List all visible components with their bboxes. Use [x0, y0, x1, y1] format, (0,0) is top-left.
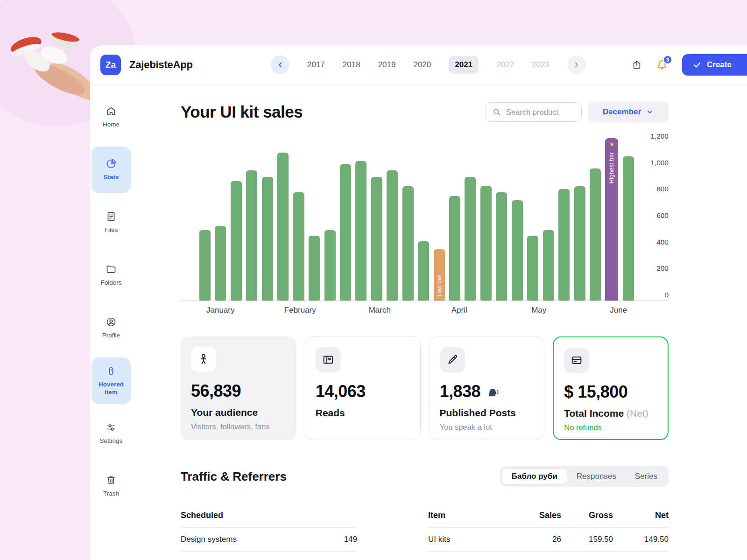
month-dropdown-value: December [603, 107, 641, 117]
table-header: Item Sales Gross Net [428, 504, 669, 528]
tab-series[interactable]: Series [626, 468, 667, 485]
chart-bar[interactable] [199, 230, 211, 301]
stat-card-published-posts[interactable]: 1,838 Published Posts You speak a lot [429, 336, 545, 440]
year-tab-2020[interactable]: 2020 [413, 60, 431, 70]
chart-bar[interactable] [355, 161, 366, 301]
chart-bar[interactable] [496, 192, 507, 301]
sidebar-item-home[interactable]: Home [92, 94, 131, 140]
chart-bar[interactable] [480, 186, 492, 301]
year-tab-2023[interactable]: 2023 [532, 60, 550, 70]
month-label: April [420, 306, 500, 315]
table-row: Design systems 149 [181, 528, 357, 552]
bar-annotation: Low bar [436, 275, 443, 297]
chart-bar[interactable] [590, 168, 601, 301]
chart-bar[interactable] [543, 230, 554, 301]
sidebar-item-stats[interactable]: Stats [92, 147, 131, 193]
home-icon [106, 105, 117, 117]
sidebar-item-settings[interactable]: Settings [92, 410, 131, 457]
prev-year-button[interactable] [271, 56, 289, 74]
chart-bar[interactable] [418, 241, 429, 301]
tab-money[interactable]: Бабло руби [502, 468, 567, 485]
month-label: May [499, 306, 579, 315]
chart-bar[interactable] [324, 230, 336, 301]
y-axis-tick: 1,200 [650, 132, 669, 140]
year-tab-2018[interactable]: 2018 [343, 60, 360, 70]
y-axis-tick: 1,000 [650, 159, 669, 167]
chart-bar[interactable] [512, 200, 523, 301]
chart-bar[interactable] [262, 177, 273, 301]
sidebar-item-hovered[interactable]: Hovered item [92, 357, 131, 404]
chart-bar[interactable] [387, 170, 398, 301]
chart-bar[interactable] [309, 236, 320, 301]
column-header: Sales [514, 511, 561, 520]
sidebar-item-label: Home [103, 121, 120, 129]
stat-subtext: Visitors, followers, fans [191, 422, 286, 431]
sidebar-item-folders[interactable]: Folders [92, 252, 131, 299]
pencil-icon [440, 347, 465, 372]
sidebar-item-trash[interactable]: Trash [92, 463, 131, 510]
chart-bar[interactable] [215, 226, 226, 301]
chart-bar[interactable] [574, 186, 585, 301]
chart-bar[interactable] [465, 177, 476, 301]
chart-bar[interactable] [293, 192, 304, 301]
stat-label: Published Posts [440, 407, 534, 419]
search-input[interactable] [506, 108, 571, 117]
share-icon[interactable] [632, 60, 642, 70]
column-header: Gross [561, 511, 613, 520]
y-axis-tick: 0 [664, 291, 669, 299]
y-axis-tick: 600 [656, 211, 669, 220]
year-tab-2017[interactable]: 2017 [307, 60, 325, 70]
sliders-icon [106, 422, 117, 433]
sales-bar-chart: Low bar★Highest bar 1,2001,0008006004002… [181, 135, 669, 301]
cell-item: UI kits [428, 535, 514, 544]
chart-bar[interactable] [277, 153, 289, 301]
stat-card-reads[interactable]: 14,063 Reads [305, 336, 421, 440]
chart-bars: Low bar★Highest bar [181, 135, 635, 301]
next-year-button[interactable] [567, 56, 586, 74]
month-dropdown[interactable]: December [588, 102, 669, 122]
chart-bar[interactable] [371, 177, 382, 301]
year-tab-2022[interactable]: 2022 [496, 60, 514, 70]
stat-cards: 56,839 Your audience Visitors, followers… [181, 336, 669, 440]
search-box[interactable] [486, 102, 582, 122]
chart-bar[interactable] [623, 156, 634, 301]
chart-bar[interactable] [558, 189, 570, 301]
star-icon: ★ [609, 141, 614, 147]
cell-net: 149.50 [613, 535, 669, 544]
chart-bar[interactable] [402, 186, 414, 301]
low-bar[interactable]: Low bar [434, 249, 445, 301]
high-bar[interactable]: ★Highest bar [605, 138, 618, 301]
create-button[interactable]: Create [682, 54, 747, 76]
sidebar-item-label: Trash [103, 490, 119, 498]
stat-card-audience[interactable]: 56,839 Your audience Visitors, followers… [181, 336, 296, 440]
chart-bar[interactable] [246, 170, 257, 301]
bar-annotation: Highest bar [608, 152, 615, 183]
scheduled-table: Scheduled Design systems 149 [181, 504, 357, 552]
page-title: Your UI kit sales [181, 103, 303, 121]
sidebar-item-label: Profile [102, 332, 120, 340]
sidebar-item-label: Stats [103, 174, 119, 182]
chart-bar[interactable] [449, 196, 460, 301]
year-tab-2019[interactable]: 2019 [378, 60, 396, 70]
check-icon [692, 60, 702, 70]
chart-bar[interactable] [231, 181, 242, 301]
tab-responses[interactable]: Responses [567, 468, 626, 485]
year-tab-2021-selected[interactable]: 2021 [449, 56, 479, 74]
sidebar-item-files[interactable]: Files [92, 199, 131, 246]
stat-subtext: You speak a lot [440, 423, 534, 432]
sidebar-item-profile[interactable]: Profile [92, 305, 131, 351]
app-title: ZajebisteApp [129, 59, 193, 71]
sidebar-item-label: Folders [100, 279, 121, 287]
stat-card-total-income[interactable]: $ 15,800 Total Income (Net) No refunds [553, 336, 669, 440]
mouse-icon [106, 365, 117, 377]
sidebar-item-label: Hovered item [92, 381, 131, 397]
notifications-button[interactable]: 3 [656, 59, 668, 71]
chevron-down-icon [646, 108, 654, 116]
pie-chart-icon [106, 158, 117, 169]
stat-label: Total Income [564, 408, 624, 419]
stat-subtext: No refunds [564, 423, 657, 432]
month-label: June [579, 306, 659, 315]
month-label: January [181, 306, 261, 315]
chart-bar[interactable] [340, 164, 351, 301]
chart-bar[interactable] [527, 236, 538, 301]
